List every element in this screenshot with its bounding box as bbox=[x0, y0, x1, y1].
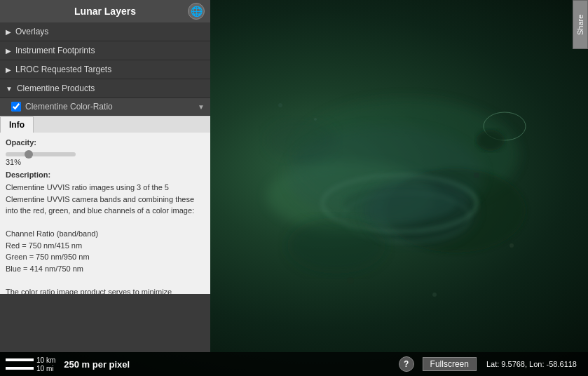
opacity-value: 31% bbox=[6, 158, 205, 166]
clementine-arrow: ▼ bbox=[6, 85, 13, 93]
opacity-slider[interactable] bbox=[6, 152, 76, 156]
clementine-color-ratio-checkbox[interactable] bbox=[11, 102, 21, 112]
globe-icon: 🌐 bbox=[191, 6, 203, 17]
layer-group-lroc-targets[interactable]: ▶ LROC Requested Targets bbox=[0, 60, 210, 79]
globe-button[interactable]: 🌐 bbox=[188, 3, 205, 20]
resolution-text: 250 m per pixel bbox=[64, 359, 130, 370]
sidebar-title: Lunar Layers bbox=[74, 6, 136, 17]
layers-list: ▶ Overlays ▶ Instrument Footprints ▶ LRO… bbox=[0, 22, 210, 352]
clementine-color-ratio-item: Clementine Color-Ratio ▼ bbox=[0, 98, 210, 116]
scale-bar-mi-bar bbox=[6, 367, 34, 370]
layer-group-overlays[interactable]: ▶ Overlays bbox=[0, 22, 210, 41]
fullscreen-button[interactable]: Fullscreen bbox=[423, 357, 477, 371]
overlays-label: Overlays bbox=[15, 27, 48, 36]
scale-km-label: 10 km bbox=[36, 356, 55, 364]
svg-point-8 bbox=[477, 130, 505, 151]
overlays-arrow: ▶ bbox=[6, 28, 11, 36]
scale-bar-mi: 10 mi bbox=[6, 365, 55, 372]
instrument-footprints-label: Instrument Footprints bbox=[15, 46, 95, 55]
svg-point-17 bbox=[347, 277, 354, 284]
sidebar-panel: Lunar Layers 🌐 ▶ Overlays ▶ Instrument F… bbox=[0, 0, 210, 352]
svg-point-16 bbox=[510, 243, 514, 248]
scale-bar-km: 10 km bbox=[6, 356, 55, 364]
svg-point-14 bbox=[314, 118, 317, 121]
description-text: Clementine UVVIS ratio images using 3 of… bbox=[6, 182, 205, 294]
clementine-dropdown-arrow[interactable]: ▼ bbox=[198, 103, 205, 111]
coordinates-text: Lat: 9.5768, Lon: -58.6118 bbox=[486, 360, 582, 368]
svg-point-12 bbox=[364, 175, 477, 246]
clementine-color-ratio-label: Clementine Color-Ratio bbox=[25, 102, 113, 112]
layer-group-clementine[interactable]: ▼ Clementine Products bbox=[0, 79, 210, 98]
share-button[interactable]: Share bbox=[573, 0, 588, 49]
bottom-bar: 10 km 10 mi 250 m per pixel ? Fullscreen… bbox=[0, 352, 588, 376]
description-label: Description: bbox=[6, 170, 205, 179]
lroc-targets-label: LROC Requested Targets bbox=[15, 65, 111, 74]
svg-point-13 bbox=[278, 103, 282, 107]
clementine-label: Clementine Products bbox=[17, 83, 95, 93]
lroc-targets-arrow: ▶ bbox=[6, 66, 11, 74]
info-panel: Info Opacity: 31% Description: Clementin… bbox=[0, 116, 210, 294]
info-tabs: Info bbox=[0, 116, 210, 133]
opacity-label: Opacity: bbox=[6, 138, 205, 147]
instrument-footprints-arrow: ▶ bbox=[6, 47, 11, 55]
scale-mi-label: 10 mi bbox=[36, 365, 53, 372]
scale-box: 10 km 10 mi bbox=[6, 356, 55, 372]
layers-panel: ▶ Overlays ▶ Instrument Footprints ▶ LRO… bbox=[0, 22, 210, 352]
svg-point-18 bbox=[432, 293, 437, 297]
tab-info[interactable]: Info bbox=[0, 116, 34, 133]
svg-point-15 bbox=[474, 173, 479, 178]
help-button[interactable]: ? bbox=[399, 356, 414, 372]
info-content: Opacity: 31% Description: Clementine UVV… bbox=[0, 133, 210, 294]
layer-group-instrument-footprints[interactable]: ▶ Instrument Footprints bbox=[0, 41, 210, 60]
sidebar-header: Lunar Layers 🌐 bbox=[0, 0, 210, 22]
scale-bar-km-bar bbox=[6, 358, 34, 361]
